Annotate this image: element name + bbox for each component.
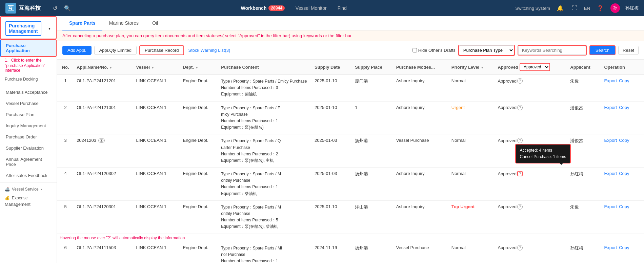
language-btn[interactable]: EN [584,6,590,11]
approved-help-icon[interactable]: ? [517,138,523,143]
tab-oil[interactable]: Oil [145,16,165,30]
nav-center: Workbench 28944 Vessel Monitor Find [78,5,510,11]
approved-help-icon-tooltip[interactable]: ? [517,171,523,176]
sidebar-expense[interactable]: 💰 Expense [0,193,57,202]
copy-link[interactable]: Copy [619,105,629,110]
cell-approved: Approved ? Accepted: 4 items Cancel Purc… [495,168,567,201]
hover-annotation: Hovering the mouse over "?" will automat… [60,236,185,240]
sidebar-item-purchase-docking[interactable]: Purchase Docking [0,75,57,84]
cell-date: 2025-01-10 [312,200,352,234]
th-appl[interactable]: Appl.Name/No. ▾ [74,60,133,75]
reset-button[interactable]: Reset [618,46,639,55]
sidebar-item-materials-acceptance[interactable]: Materials Acceptance [0,87,57,98]
cell-no: 6 [57,242,74,263]
user-name: 孙红梅 [625,5,639,11]
cell-no: 5 [57,200,74,234]
notice-bar: After canceling a purchase plan, you can… [57,30,644,41]
cell-dept: Engine Dept. [180,75,218,102]
sidebar-item-inquiry-management[interactable]: Inquiry Management [0,120,57,131]
sidebar-vessel-service[interactable]: 🚢 Vessel Service › [0,184,57,193]
export-link[interactable]: Export [604,245,617,250]
avatar[interactable]: 孙 [610,3,620,13]
tooltip-cancel: Cancel Purchase: 1 items [520,154,566,160]
copy-link[interactable]: Copy [619,245,629,250]
cell-content: Type / Property：Spare Parts / Mi nor Pur… [218,242,312,263]
tab-spare-parts[interactable]: Spare Parts [62,16,102,30]
th-approved[interactable]: Approved Approved Pending Rejected [495,60,567,75]
sidebar-item-supplier-evaluation[interactable]: Supplier Evaluation [0,143,57,154]
cell-modes: Ashore Inquiry [394,168,449,201]
cell-no: 3 [57,134,74,168]
bell-icon[interactable]: 🔔 [556,4,565,13]
cell-content: Type / Property：Spare Parts / M onthly P… [218,168,312,201]
sidebar-item-vessel-purchase[interactable]: Vessel Purchase [0,98,57,109]
sidebar-item-after-sales[interactable]: After-sales Feedback [0,170,57,181]
hide-others-drafts-wrap: Hide Other's Drafts [412,48,456,53]
qty-limited-button[interactable]: Appl.Qty Limited [94,46,137,55]
th-no: No. [57,60,74,75]
cell-appl: 20241203 ⓘ [74,134,133,168]
export-link[interactable]: Export [604,78,617,83]
help-icon[interactable]: ❓ [596,4,605,13]
sidebar-item-purchase-plan[interactable]: Purchase Plan [0,109,57,120]
sidebar-item-purchase-application[interactable]: PurchaseApplication [0,39,57,57]
search-nav-icon[interactable]: 🔍 [63,4,72,13]
export-link[interactable]: Export [604,105,617,110]
sidebar-item-purchase-order[interactable]: Purchase Order [0,131,57,143]
approved-help-icon[interactable]: ? [517,78,523,84]
export-link[interactable]: Export [604,171,617,176]
copy-link[interactable]: Copy [619,204,629,209]
th-dept[interactable]: Dept. ▾ [180,60,218,75]
cell-date: 2025-01-10 [312,75,352,102]
section-collapse-icon: ▼ [48,27,51,30]
sidebar-item-annual-agreement[interactable]: Annual Agreement Price [0,154,57,170]
th-operation: Operation [602,60,644,75]
export-link[interactable]: Export [604,138,617,143]
copy-link[interactable]: Copy [619,78,629,83]
notice-text: After canceling a purchase plan, you can… [62,33,351,38]
vessel-monitor-link[interactable]: Vessel Monitor [296,5,327,11]
approved-help-icon[interactable]: ? [517,204,523,210]
add-appl-button[interactable]: Add Appl. [62,46,92,55]
cell-place: 扬州港 [352,242,393,263]
workbench-nav[interactable]: Workbench 28944 [241,5,284,11]
purchase-record-button[interactable]: Purchase Record [139,45,184,55]
stock-warning-button[interactable]: Stock Warning List(3) [187,46,232,54]
approved-help-icon[interactable]: ? [517,245,523,250]
approved-help-icon[interactable]: ? [517,105,523,110]
tooltip-popup: Accepted: 4 items Cancel Purchase: 1 ite… [515,144,571,163]
tabs-bar: Spare Parts Marine Stores Oil [57,16,644,30]
cell-op: Export Copy [602,168,644,201]
fullscreen-icon[interactable]: ⛶ [570,4,579,13]
find-link[interactable]: Find [338,5,347,11]
copy-link[interactable]: Copy [619,138,629,143]
main-content: Spare Parts Marine Stores Oil After canc… [57,16,644,263]
cell-priority: Urgent [449,101,495,134]
copy-link[interactable]: Copy [619,171,629,176]
hide-drafts-checkbox[interactable] [412,48,417,52]
table-wrap: No. Appl.Name/No. ▾ Vessel ▾ Dept. ▾ Pur… [57,60,644,263]
table-row: 6 OL1-PA-P24111503 LINK OCEAN 1 Engine D… [57,242,644,263]
nav-right: Switching System 🔔 ⛶ EN ❓ 孙 孙红梅 [515,3,639,13]
keywords-search-input[interactable] [518,46,586,55]
th-priority[interactable]: Priority Level ▾ [449,60,495,75]
hide-drafts-label: Hide Other's Drafts [418,48,456,53]
cell-vessel: LINK OCEAN 1 [134,168,180,201]
info-icon[interactable]: ⓘ [98,138,105,143]
th-vessel[interactable]: Vessel ▾ [134,60,180,75]
export-link[interactable]: Export [604,204,617,209]
search-button[interactable]: Search [589,45,616,55]
priority-sort-icon: ▾ [481,66,483,69]
cell-place: 厦门港 [352,75,393,102]
cell-vessel: LINK OCEAN 1 [134,75,180,102]
cell-modes: Ashore Inquiry [394,200,449,234]
back-icon[interactable]: ↺ [52,4,59,13]
purchasing-management-section[interactable]: PurchasingManagement ▼ [0,16,57,39]
approved-filter-select[interactable]: Approved Pending Rejected [520,63,550,71]
cell-approved: Approved? [495,75,567,102]
purchase-plan-type-select[interactable]: Purchase Plan Type Emergency Purchase Mo… [459,45,514,55]
purchase-table: No. Appl.Name/No. ▾ Vessel ▾ Dept. ▾ Pur… [57,60,644,263]
switching-system-btn[interactable]: Switching System [515,6,550,11]
cell-approved: Approved? [495,101,567,134]
tab-marine-stores[interactable]: Marine Stores [102,16,145,30]
